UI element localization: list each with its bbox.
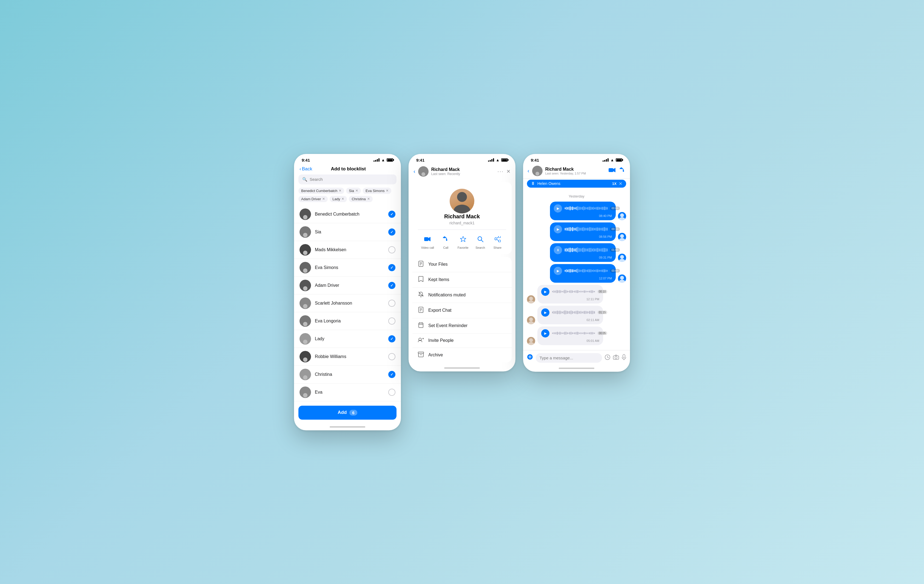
menu-archive-label: Archive (428, 353, 443, 358)
checkbox-benedict[interactable] (388, 211, 395, 218)
contact-row-scarlett[interactable]: Scarlett Johansson (294, 294, 401, 312)
p2-topbar: ‹ Richard Mack Last seen: Recently ··· ✕ (409, 164, 515, 180)
add-button-label: Add (338, 410, 346, 415)
msg-time-r1: 12:11 PM (541, 297, 599, 301)
tag-adam-driver[interactable]: Adam Driver ✕ (299, 196, 328, 202)
play-btn-1[interactable]: ▶ (554, 205, 562, 213)
archive-icon (417, 352, 424, 358)
contact-row-mads[interactable]: Mads Mikkelsen (294, 241, 401, 259)
battery-2 (501, 158, 508, 162)
signal-3 (602, 158, 609, 162)
menu-your-files[interactable]: Your Files (412, 257, 512, 272)
checkbox-scarlett[interactable] (388, 300, 395, 307)
contact-row-robbie[interactable]: Robbie Williams (294, 348, 401, 366)
checkbox-eva-simons[interactable] (388, 264, 395, 271)
menu-archive[interactable]: Archive (412, 348, 512, 362)
recv-avatar-1 (527, 295, 535, 304)
duration-r1: 00:10 (597, 290, 607, 294)
remove-tag-sia[interactable]: ✕ (355, 189, 358, 193)
menu-kept-items[interactable]: Kept Items (412, 272, 512, 288)
p1-header: ‹ Back Add to blocklist (294, 164, 401, 175)
contact-row-sia[interactable]: Sia (294, 223, 401, 241)
search-profile-icon (475, 234, 486, 244)
more-options-icon[interactable]: ··· (497, 168, 504, 175)
add-button[interactable]: Add 6 (299, 406, 396, 420)
checkbox-christina[interactable] (388, 371, 395, 378)
voice-msg-recv-3[interactable]: ▶ 00:05 05:01 AM (537, 327, 603, 345)
contact-row-eva[interactable]: Eva (294, 383, 401, 401)
menu-invite-people[interactable]: Invite People (412, 334, 512, 348)
svg-point-30 (619, 238, 625, 241)
camera-icon[interactable] (613, 355, 619, 361)
speed-indicator[interactable]: 1X (612, 181, 617, 186)
remove-tag-adam-driver[interactable]: ✕ (322, 197, 325, 201)
voice-msg-sent-4[interactable]: ▶ 00:04 12:07 PM (550, 264, 616, 283)
tag-christina[interactable]: Christina ✕ (349, 196, 372, 202)
play-btn-r3[interactable]: ▶ (541, 329, 549, 338)
time-1: 9:41 (302, 158, 310, 162)
wifi-icon-1: ▲ (381, 158, 385, 162)
voice-msg-sent-2[interactable]: ▶ 00:16 08:56 PM (550, 223, 616, 241)
status-icons-2: ▲ (488, 158, 508, 162)
voice-msg-sent-3[interactable]: ⏸ 01:06 09:31 PM (550, 243, 616, 262)
search-bar-1[interactable]: 🔍 (299, 175, 396, 184)
remove-tag-eva-simons[interactable]: ✕ (386, 189, 389, 193)
checkbox-mads[interactable] (388, 246, 395, 253)
wifi-icon-3: ▲ (610, 158, 614, 162)
play-btn-2[interactable]: ▶ (554, 225, 562, 233)
remove-tag-christina[interactable]: ✕ (367, 197, 370, 201)
tag-sia[interactable]: Sia ✕ (346, 188, 361, 194)
contact-row-eva-longoria[interactable]: Eva Longoria (294, 312, 401, 330)
voice-msg-recv-2[interactable]: ▶ 01:15 02:11 AM (537, 306, 603, 324)
svg-point-36 (528, 300, 535, 304)
msg-row-recv-2: ▶ 01:15 02:11 AM (527, 306, 626, 324)
action-favorite[interactable]: Favorite (458, 234, 469, 249)
contact-row-eva-simons[interactable]: Eva Simons (294, 259, 401, 277)
play-btn-r2[interactable]: ▶ (541, 308, 549, 317)
action-share[interactable]: Share (492, 234, 503, 249)
voice-msg-sent-1[interactable]: ▶ 00:04 08:40 PM (550, 201, 616, 220)
action-search[interactable]: Search (475, 234, 486, 249)
message-input[interactable] (536, 353, 602, 363)
tag-lady[interactable]: Lady ✕ (330, 196, 347, 202)
menu-notifications-muted[interactable]: Notifications muted (412, 288, 512, 303)
checkbox-robbie[interactable] (388, 353, 395, 360)
checkbox-sia[interactable] (388, 228, 395, 236)
contact-row-christina[interactable]: Christina (294, 366, 401, 383)
contact-row-benedict[interactable]: Benedict Cumberbatch (294, 205, 401, 223)
call-close-icon[interactable]: ✕ (619, 181, 622, 186)
search-input-1[interactable] (310, 177, 393, 181)
back-button-2[interactable]: ‹ (414, 168, 416, 175)
kept-items-icon (417, 276, 424, 284)
svg-point-0 (457, 192, 467, 202)
remove-tag-lady[interactable]: ✕ (342, 197, 344, 201)
call-pill-controls: 1X ✕ (612, 181, 622, 186)
menu-export-chat[interactable]: Export Chat (412, 303, 512, 318)
back-button-3[interactable]: ‹ (528, 168, 530, 174)
microphone-icon[interactable] (622, 354, 626, 361)
menu-export-chat-label: Export Chat (428, 308, 451, 313)
pause-btn-3[interactable]: ⏸ (554, 246, 562, 254)
menu-set-event-reminder[interactable]: Set Event Reminder (412, 318, 512, 334)
checkbox-lady[interactable] (388, 335, 395, 342)
checkbox-adam[interactable] (388, 282, 395, 289)
tag-benedict[interactable]: Benedict Cumberbatch ✕ (299, 188, 344, 194)
clock-icon[interactable] (605, 355, 610, 361)
action-call[interactable]: Call (441, 234, 451, 249)
attach-icon[interactable] (527, 354, 533, 361)
checkbox-eva-longoria[interactable] (388, 317, 395, 325)
play-btn-r1[interactable]: ▶ (541, 288, 549, 296)
contact-row-adam[interactable]: Adam Driver (294, 277, 401, 294)
active-call-pill[interactable]: ⏸ Helen Owens 1X ✕ (527, 180, 626, 188)
close-icon[interactable]: ✕ (507, 168, 510, 175)
play-btn-4[interactable]: ▶ (554, 267, 562, 275)
video-call-icon-3[interactable] (609, 168, 616, 174)
tag-eva-simons[interactable]: Eva Simons ✕ (363, 188, 391, 194)
voice-msg-recv-1[interactable]: ▶ 00:10 12:11 PM (537, 285, 603, 304)
checkbox-eva[interactable] (388, 389, 395, 396)
phone-call-icon-3[interactable] (620, 167, 625, 175)
remove-tag-benedict[interactable]: ✕ (339, 189, 342, 193)
action-video-call[interactable]: Video call (421, 234, 434, 249)
contact-row-lady[interactable]: Lady (294, 330, 401, 348)
avatar-lady (300, 333, 311, 345)
